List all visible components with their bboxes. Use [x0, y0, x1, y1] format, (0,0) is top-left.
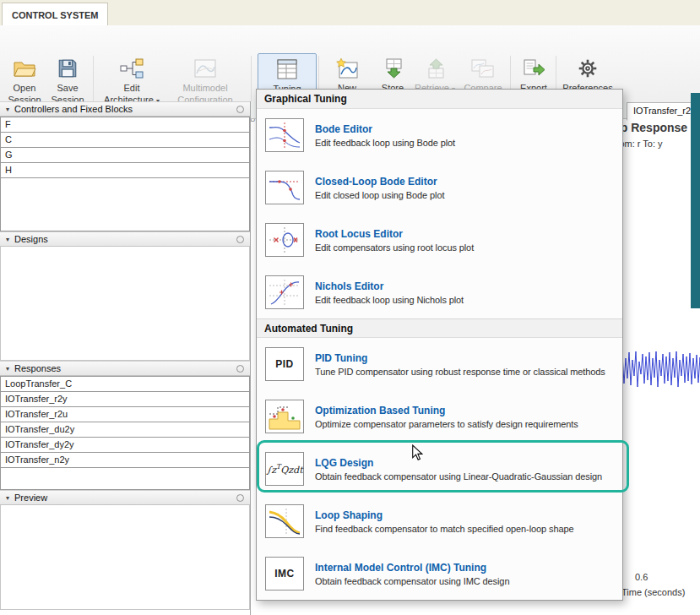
data-browser-sidebar: ▾ Controllers and Fixed Blocks F C G H ▾…	[0, 101, 251, 615]
menu-item-title: PID Tuning	[315, 352, 605, 364]
menu-item-bode-editor[interactable]: Bode Editor Edit feedback loop using Bod…	[257, 109, 622, 161]
menu-item-title: Closed-Loop Bode Editor	[315, 176, 444, 188]
bode-plot-icon	[265, 118, 304, 152]
panel-options-icon[interactable]	[236, 365, 244, 373]
block-diagram-icon	[119, 55, 144, 82]
toolstrip-tab-bar: CONTROL SYSTEM	[0, 0, 700, 26]
response-signal-trace	[617, 347, 700, 391]
x-axis-label: Time (seconds)	[621, 587, 685, 597]
menu-item-root-locus-editor[interactable]: Root Locus Editor Edit compensators usin…	[257, 214, 622, 266]
button-label: Open	[14, 83, 36, 94]
menu-item-title: Nichols Editor	[315, 280, 464, 292]
button-label: Edit	[124, 83, 140, 94]
list-item[interactable]: F	[0, 117, 250, 133]
compare-charts-icon	[470, 55, 496, 82]
tab-control-system[interactable]: CONTROL SYSTEM	[2, 3, 108, 26]
designs-empty-area	[0, 247, 250, 361]
menu-item-title: Optimization Based Tuning	[315, 405, 578, 416]
multimodel-configuration-button: Multimodel Configuration	[166, 55, 244, 106]
menu-item-description: Obtain feedback compensator using IMC de…	[315, 576, 509, 586]
menu-item-description: Tune PID compensator using robust respon…	[315, 367, 605, 377]
store-arrow-icon	[381, 55, 404, 82]
panel-header-responses[interactable]: ▾ Responses	[0, 361, 250, 376]
menu-item-description: Optimize compensator parameters to satis…	[315, 419, 578, 429]
menu-item-description: Edit compensators using root locus plot	[315, 242, 474, 253]
menu-item-title: Root Locus Editor	[315, 228, 474, 240]
panel-header-preview[interactable]: ▾ Preview	[0, 490, 250, 505]
gear-icon	[577, 55, 599, 82]
list-item[interactable]: IOTransfer_n2y	[0, 452, 250, 468]
menu-item-description: Obtain feedback compensator using Linear…	[315, 471, 602, 482]
document-tab-iotransfer-r2y[interactable]: IOTransfer_r2y	[627, 102, 700, 121]
responses-list: LoopTransfer_C IOTransfer_r2y IOTransfer…	[0, 376, 250, 490]
panel-header-controllers[interactable]: ▾ Controllers and Fixed Blocks	[0, 101, 250, 117]
panel-header-designs[interactable]: ▾ Designs	[0, 231, 250, 247]
panel-title: Controllers and Fixed Blocks	[14, 104, 231, 114]
menu-item-title: Internal Model Control (IMC) Tuning	[315, 562, 509, 574]
multimodel-chart-icon	[193, 55, 218, 82]
panel-title: Responses	[14, 363, 231, 373]
menu-item-title: Loop Shaping	[315, 509, 573, 521]
closed-loop-bode-icon	[265, 171, 304, 204]
preview-empty-area	[0, 505, 250, 610]
button-label: Multimodel	[182, 83, 227, 94]
menu-section-graphical-tuning: Graphical Tuning	[257, 90, 622, 109]
list-item[interactable]: IOTransfer_du2y	[0, 422, 250, 438]
menu-item-lqg-design[interactable]: ∫zTQzdt LQG Design Obtain feedback compe…	[257, 443, 622, 495]
menu-section-automated-tuning: Automated Tuning	[257, 318, 622, 338]
nichols-chart-icon	[265, 275, 304, 309]
menu-item-description: Edit feedback loop using Bode plot	[315, 138, 455, 148]
floppy-disk-icon	[57, 55, 79, 82]
controllers-list: F C G H	[0, 117, 250, 231]
collapse-arrow-icon: ▾	[6, 236, 9, 243]
collapse-arrow-icon: ▾	[6, 494, 9, 502]
menu-item-description: Edit feedback loop using Nichols plot	[315, 295, 464, 305]
list-item[interactable]: IOTransfer_dy2y	[0, 437, 250, 453]
menu-item-description: Edit closed loop using Bode plot	[315, 190, 444, 200]
tuning-methods-grid-icon	[275, 56, 299, 83]
list-item[interactable]: IOTransfer_r2y	[0, 391, 250, 407]
menu-item-nichols-editor[interactable]: Nichols Editor Edit feedback loop using …	[257, 266, 622, 318]
panel-options-icon[interactable]	[236, 106, 244, 113]
menu-item-closed-loop-bode-editor[interactable]: Closed-Loop Bode Editor Edit closed loop…	[257, 161, 622, 214]
list-item[interactable]: LoopTransfer_C	[0, 376, 250, 392]
open-folder-icon	[12, 55, 37, 82]
menu-item-description: Find feedback compensator to match speci…	[315, 524, 573, 534]
list-item[interactable]: IOTransfer_r2u	[0, 406, 250, 422]
right-dock-strip	[691, 93, 700, 308]
list-item[interactable]: C	[0, 132, 250, 148]
panel-options-icon[interactable]	[236, 494, 244, 502]
collapse-arrow-icon: ▾	[6, 365, 9, 373]
menu-item-optimization-based-tuning[interactable]: Optimization Based Tuning Optimize compe…	[257, 390, 622, 443]
retrieve-arrow-icon	[423, 55, 447, 82]
menu-item-pid-tuning[interactable]: PID PID Tuning Tune PID compensator usin…	[257, 338, 622, 390]
optimization-icon	[265, 400, 304, 433]
save-session-button[interactable]: Save Session	[48, 55, 87, 106]
imc-label-icon: IMC	[265, 557, 304, 591]
list-empty-area	[0, 177, 250, 231]
control-system-designer-window: CONTROL SYSTEM Open Session Save Session	[0, 0, 700, 615]
new-plot-star-icon	[334, 55, 360, 82]
menu-item-loop-shaping[interactable]: Loop Shaping Find feedback compensator t…	[257, 495, 622, 547]
tuning-methods-menu: Graphical Tuning Bode Editor Edit feedba…	[256, 89, 623, 601]
collapse-arrow-icon: ▾	[6, 106, 9, 113]
panel-options-icon[interactable]	[236, 236, 244, 243]
edit-architecture-button[interactable]: Edit Architecture ▾	[100, 55, 163, 106]
x-axis-tick: 0.6	[635, 572, 648, 582]
panel-title: Preview	[14, 493, 231, 503]
list-empty-area	[0, 467, 250, 490]
menu-item-title: Bode Editor	[315, 123, 455, 135]
menu-item-title: LQG Design	[315, 457, 602, 469]
panel-title: Designs	[14, 234, 231, 244]
loop-shaping-icon	[265, 504, 304, 538]
menu-item-imc-tuning[interactable]: IMC Internal Model Control (IMC) Tuning …	[257, 547, 622, 600]
pid-label-icon: PID	[265, 347, 304, 381]
list-item[interactable]: G	[0, 147, 250, 163]
open-session-button[interactable]: Open Session	[5, 55, 44, 106]
lqg-integral-icon: ∫zTQzdt	[265, 452, 304, 486]
tab-control-system-label: CONTROL SYSTEM	[12, 10, 98, 20]
list-item[interactable]: H	[0, 162, 250, 178]
export-arrow-icon	[522, 55, 545, 82]
button-label: Save	[57, 83, 78, 94]
root-locus-icon	[265, 223, 304, 257]
